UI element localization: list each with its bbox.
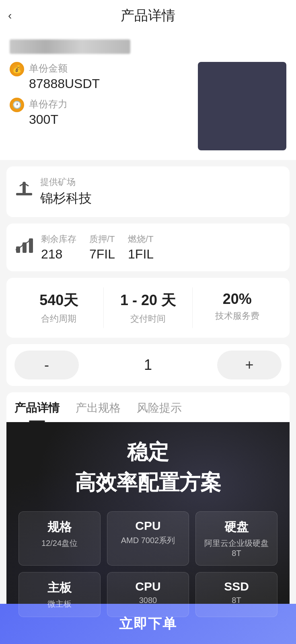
amount-label: 单份金额: [29, 62, 100, 75]
amount-row: 💰 单份金额 87888USDT: [10, 62, 190, 91]
remaining-value: 218: [41, 247, 76, 262]
spec-subtitle-3: 微主板: [24, 599, 95, 609]
product-detail-banner: 稳定 高效率配置方案 规格 12/24盘位 CPU AMD 7002系列 硬盘 …: [6, 422, 290, 636]
amount-content: 单份金额 87888USDT: [29, 62, 100, 91]
svg-point-8: [29, 240, 31, 242]
metric-delivery-value: 1 - 20 天: [104, 291, 193, 310]
storage-label: 单份存力: [29, 98, 68, 111]
spec-card-1: CPU AMD 7002系列: [107, 511, 189, 566]
spec-title-1: CPU: [112, 519, 184, 533]
remaining-stat: 剩余库存 218: [41, 233, 76, 262]
spec-subtitle-0: 12/24盘位: [24, 538, 95, 549]
mine-label: 提供矿场: [40, 176, 92, 188]
stats-card: 剩余库存 218 质押/T 7FIL 燃烧/T 1FIL: [6, 224, 290, 271]
svg-point-6: [16, 248, 18, 251]
spec-card-5: SSD 8T: [195, 572, 278, 617]
spec-title-4: CPU: [112, 580, 184, 593]
mine-info: 提供矿场 锦杉科技: [40, 176, 92, 207]
pledge-value: 7FIL: [89, 247, 115, 262]
metric-contract-value: 540天: [14, 291, 103, 310]
quantity-section: - 1 +: [6, 344, 290, 386]
spec-subtitle-2: 阿里云企业级硬盘8T: [201, 538, 272, 558]
spec-subtitle-4: 3080: [112, 596, 184, 605]
tab-product-detail[interactable]: 产品详情: [14, 400, 60, 422]
metric-delivery-label: 交付时间: [104, 313, 193, 325]
tab-risk-notice[interactable]: 风险提示: [137, 400, 182, 422]
burn-label: 燃烧/T: [128, 233, 154, 245]
metric-service-label: 技术服务费: [193, 310, 282, 322]
storage-row: 🕐 单份存力 300T: [10, 98, 190, 127]
spec-card-4: CPU 3080: [107, 572, 189, 617]
banner-title: 稳定: [18, 438, 278, 466]
metrics-card: 540天 合约周期 1 - 20 天 交付时间 20% 技术服务费: [6, 278, 290, 338]
quantity-value: 1: [79, 357, 217, 373]
product-info-image-row: 💰 单份金额 87888USDT 🕐 单份存力 300T: [10, 62, 286, 150]
mine-name: 锦杉科技: [40, 190, 92, 207]
spec-title-3: 主板: [24, 580, 95, 596]
stats-items: 剩余库存 218 质押/T 7FIL 燃烧/T 1FIL: [41, 233, 154, 262]
metric-contract-period: 540天 合约周期: [14, 287, 104, 328]
quantity-minus-button[interactable]: -: [14, 351, 79, 379]
banner-subtitle: 高效率配置方案: [18, 469, 278, 497]
tab-output-spec[interactable]: 产出规格: [76, 400, 121, 422]
remaining-label: 剩余库存: [41, 233, 76, 245]
spec-title-5: SSD: [201, 580, 272, 593]
banner-content: 稳定 高效率配置方案 规格 12/24盘位 CPU AMD 7002系列 硬盘 …: [6, 422, 290, 636]
metric-contract-label: 合约周期: [14, 313, 103, 325]
mine-icon: [14, 180, 34, 204]
back-button[interactable]: ‹: [8, 9, 12, 22]
product-name-blurred: [10, 39, 130, 54]
spec-card-3: 主板 微主板: [18, 572, 101, 617]
spec-card-0: 规格 12/24盘位: [18, 511, 101, 566]
spec-subtitle-1: AMD 7002系列: [112, 535, 184, 546]
product-top-section: 💰 单份金额 87888USDT 🕐 单份存力 300T: [0, 31, 296, 160]
specs-grid-row1: 规格 12/24盘位 CPU AMD 7002系列 硬盘 阿里云企业级硬盘8T: [18, 511, 278, 566]
storage-content: 单份存力 300T: [29, 98, 68, 127]
storage-icon: 🕐: [10, 98, 24, 112]
burn-stat: 燃烧/T 1FIL: [128, 233, 154, 262]
money-icon: 💰: [10, 62, 24, 76]
quantity-plus-button[interactable]: +: [217, 351, 282, 379]
spec-card-2: 硬盘 阿里云企业级硬盘8T: [195, 511, 278, 566]
page-title: 产品详情: [121, 6, 175, 25]
pledge-label: 质押/T: [89, 233, 115, 245]
specs-grid-row2: 主板 微主板 CPU 3080 SSD 8T: [18, 572, 278, 617]
stats-icon: [14, 235, 35, 260]
mine-card: 提供矿场 锦杉科技: [6, 166, 290, 217]
svg-point-7: [22, 244, 25, 246]
metric-service-fee: 20% 技术服务费: [193, 287, 282, 328]
spec-subtitle-5: 8T: [201, 596, 272, 605]
product-image: [198, 62, 286, 150]
amount-value: 87888USDT: [29, 76, 100, 91]
tabs-section: 产品详情 产出规格 风险提示: [6, 392, 290, 422]
storage-value: 300T: [29, 112, 68, 127]
svg-point-2: [23, 182, 26, 185]
metric-delivery-time: 1 - 20 天 交付时间: [104, 287, 193, 328]
product-info: 💰 单份金额 87888USDT 🕐 单份存力 300T: [10, 62, 190, 133]
pledge-stat: 质押/T 7FIL: [89, 233, 115, 262]
metric-service-value: 20%: [193, 291, 282, 308]
spec-title-0: 规格: [24, 519, 95, 535]
spec-title-2: 硬盘: [201, 519, 272, 535]
header: ‹ 产品详情: [0, 0, 296, 31]
burn-value: 1FIL: [128, 247, 154, 262]
